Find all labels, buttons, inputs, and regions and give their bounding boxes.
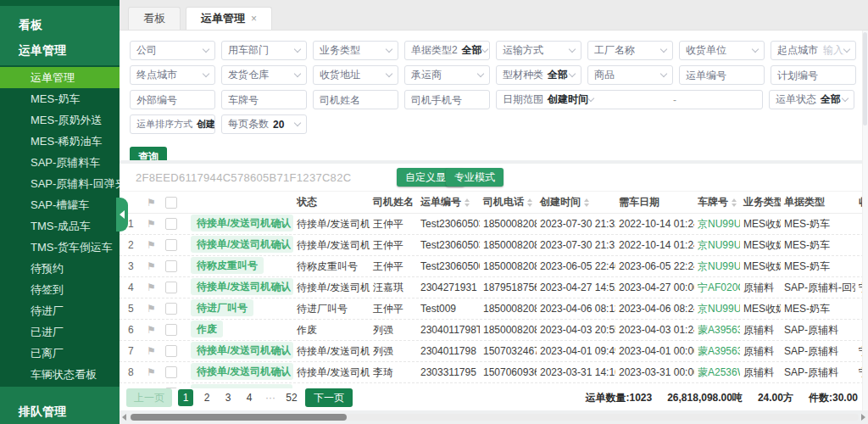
sort-icon[interactable] bbox=[527, 198, 532, 207]
vertical-scrollbar-thumb[interactable] bbox=[863, 32, 867, 126]
scroll-left-icon[interactable] bbox=[122, 414, 126, 421]
flag-icon[interactable]: ⚑ bbox=[143, 325, 162, 335]
pagination-next-button[interactable]: 下一页 bbox=[305, 388, 353, 407]
flag-icon[interactable]: ⚑ bbox=[143, 261, 162, 271]
flag-icon[interactable]: ⚑ bbox=[143, 282, 162, 293]
filter-row4-0[interactable]: 运单排序方式创建时间 bbox=[130, 114, 215, 134]
row-checkbox[interactable] bbox=[165, 324, 177, 336]
flag-icon[interactable]: ⚑ bbox=[143, 198, 162, 208]
flag-icon[interactable]: ⚑ bbox=[143, 346, 162, 356]
sidebar-item-sub-3[interactable]: MES-稀奶油车 bbox=[0, 131, 120, 152]
filter-select-1-1[interactable]: 发货仓库 bbox=[221, 65, 307, 85]
pagination-page-2[interactable]: 2 bbox=[199, 389, 214, 406]
filter-select-0-6[interactable]: 收货单位 bbox=[679, 41, 765, 60]
sidebar-item-sub-6[interactable]: SAP-槽罐车 bbox=[0, 194, 120, 215]
filter-select-0-3[interactable]: 单据类型2全部 bbox=[404, 41, 490, 60]
query-button[interactable]: 查询 bbox=[130, 147, 167, 160]
cell-waybill: 2304011798 bbox=[417, 345, 480, 357]
row-checkbox[interactable] bbox=[165, 366, 177, 378]
filter-select-1-2[interactable]: 收货地址 bbox=[313, 65, 398, 85]
pagination-page-···[interactable]: ··· bbox=[263, 389, 278, 406]
cell-plate[interactable]: 蒙A2536W bbox=[694, 365, 740, 380]
status-tag: 待接单/发送司机确认 bbox=[191, 278, 293, 295]
sidebar-collapse-handle[interactable] bbox=[116, 198, 128, 232]
column-header-3[interactable]: 司机电话 bbox=[480, 195, 537, 209]
sidebar-item-sub-10[interactable]: 待签到 bbox=[0, 279, 120, 300]
filter-date-range[interactable]: 日期范围创建时间- bbox=[496, 90, 763, 109]
filter-select-1-0[interactable]: 终点城市 bbox=[130, 65, 215, 85]
select-all-checkbox[interactable] bbox=[165, 197, 177, 209]
filter-select-0-1[interactable]: 用车部门 bbox=[221, 41, 307, 60]
row-number: 6 bbox=[125, 324, 143, 336]
pro-mode-button[interactable]: 专业模式 bbox=[446, 168, 504, 187]
filter-input[interactable] bbox=[136, 94, 209, 106]
sidebar-item-sub-14[interactable]: 车辆状态看板 bbox=[0, 364, 120, 385]
row-checkbox[interactable] bbox=[165, 345, 177, 357]
flag-icon[interactable]: ⚑ bbox=[143, 304, 162, 314]
toolbar: 2F8EED6117944C578605B71F1237C82C 自定义显示 专… bbox=[120, 164, 868, 192]
filter-input[interactable] bbox=[777, 70, 849, 81]
column-header-4[interactable]: 创建时间 bbox=[537, 195, 615, 209]
sidebar-item-sub-8[interactable]: TMS-货车倒运车 bbox=[0, 237, 120, 258]
filter-select-1-5[interactable]: 商品 bbox=[587, 65, 673, 85]
sort-icon[interactable] bbox=[465, 198, 470, 207]
sidebar-item-queue-management[interactable]: 排队管理 bbox=[0, 399, 120, 424]
cell-plate[interactable]: 蒙A39563 bbox=[694, 344, 740, 359]
sidebar-item-sub-7[interactable]: TMS-成品车 bbox=[0, 215, 120, 237]
cell-plate[interactable]: 京NU99U5 bbox=[694, 302, 740, 316]
close-icon[interactable]: × bbox=[251, 13, 257, 25]
sidebar-item-sub-4[interactable]: SAP-原辅料车 bbox=[0, 152, 120, 173]
flag-icon[interactable]: ⚑ bbox=[143, 219, 162, 229]
cell-plate[interactable]: 蒙A39563 bbox=[694, 323, 740, 338]
cell-plate[interactable]: 京NU99U5 bbox=[694, 238, 740, 253]
scrollbar-thumb[interactable] bbox=[131, 414, 347, 421]
sort-icon[interactable] bbox=[732, 198, 737, 207]
column-header-6[interactable]: 车牌号 bbox=[694, 195, 740, 209]
column-header-1[interactable]: 司机姓名 bbox=[370, 195, 417, 209]
filter-select-1-4[interactable]: 型材种类全部 bbox=[496, 65, 581, 85]
row-checkbox[interactable] bbox=[165, 218, 177, 230]
filter-select-0-0[interactable]: 公司 bbox=[130, 41, 215, 60]
row-checkbox[interactable] bbox=[165, 260, 177, 272]
pagination-page-4[interactable]: 4 bbox=[242, 389, 257, 406]
sidebar-item-sub-2[interactable]: MES-原奶外送 bbox=[0, 109, 120, 131]
filter-select-0-5[interactable]: 工厂名称 bbox=[587, 41, 673, 60]
row-checkbox[interactable] bbox=[165, 303, 177, 315]
filter-input[interactable] bbox=[411, 94, 483, 106]
row-checkbox[interactable] bbox=[165, 239, 177, 251]
tab-0[interactable]: 看板 bbox=[128, 7, 181, 30]
cell-plate[interactable]: 京NU99U5 bbox=[694, 217, 740, 232]
sidebar-item-sub-9[interactable]: 待预约 bbox=[0, 258, 120, 279]
filter-input[interactable] bbox=[228, 94, 300, 106]
cell-plate[interactable]: 宁AF020C bbox=[694, 281, 740, 295]
filter-select-0-7[interactable]: 起点城市输入关键词 bbox=[771, 41, 856, 60]
pagination-page-3[interactable]: 3 bbox=[220, 389, 236, 406]
filter-select-0-2[interactable]: 业务类型 bbox=[313, 41, 398, 60]
filter-input[interactable] bbox=[686, 70, 758, 81]
column-header-2[interactable]: 运单编号 bbox=[417, 195, 480, 209]
scroll-right-icon[interactable] bbox=[861, 414, 865, 421]
filter-select-1-3[interactable]: 承运商 bbox=[404, 65, 490, 85]
sidebar-item-sub-5[interactable]: SAP-原辅料-回弹夹 bbox=[0, 173, 120, 194]
sidebar-item-sub-13[interactable]: 已离厂 bbox=[0, 343, 120, 364]
sidebar-item-sub-1[interactable]: MES-奶车 bbox=[0, 88, 120, 109]
sidebar-item-sub-11[interactable]: 待进厂 bbox=[0, 300, 120, 321]
pagination-prev-button[interactable]: 上一页 bbox=[126, 388, 172, 407]
filter-row4-1[interactable]: 每页条数20 bbox=[221, 114, 307, 134]
pagination-page-1[interactable]: 1 bbox=[178, 389, 193, 406]
filter-select-0-4[interactable]: 运输方式 bbox=[496, 41, 581, 60]
status-tag: 待接单/发送司机确认 bbox=[191, 363, 293, 380]
sidebar-item-sub-0[interactable]: 运单管理 bbox=[0, 67, 120, 88]
sidebar-item-sub-12[interactable]: 已进厂 bbox=[0, 321, 120, 343]
row-checkbox[interactable] bbox=[165, 282, 177, 293]
sidebar-item-top-0[interactable]: 看板 bbox=[0, 12, 120, 37]
flag-icon[interactable]: ⚑ bbox=[143, 367, 162, 377]
filter-input[interactable] bbox=[320, 94, 392, 106]
cell-plate[interactable]: 京NU99U5 bbox=[694, 259, 740, 274]
sort-icon[interactable] bbox=[584, 198, 589, 207]
flag-icon[interactable]: ⚑ bbox=[143, 240, 162, 250]
tab-1[interactable]: 运单管理× bbox=[186, 7, 272, 30]
filter-waybill-status[interactable]: 运单状态全部 bbox=[769, 90, 854, 109]
sidebar-item-top-1[interactable]: 运单管理 bbox=[0, 37, 120, 63]
pagination-page-52[interactable]: 52 bbox=[284, 389, 299, 406]
